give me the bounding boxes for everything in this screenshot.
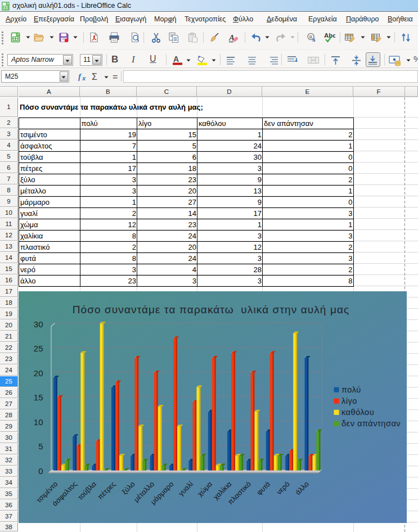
svg-text:20: 20 bbox=[34, 368, 43, 378]
svg-text:f: f bbox=[78, 72, 82, 81]
svg-text:25: 25 bbox=[34, 344, 43, 353]
svg-text:10: 10 bbox=[34, 417, 43, 427]
svg-text:5: 5 bbox=[38, 441, 43, 451]
svg-text:δεν απάντησαν: δεν απάντησαν bbox=[341, 419, 401, 428]
svg-text:a: a bbox=[309, 34, 312, 39]
svg-text:A: A bbox=[228, 33, 235, 42]
svg-text:λίγο: λίγο bbox=[341, 396, 357, 405]
svg-text:d: d bbox=[312, 37, 315, 43]
svg-text:Πόσο συναντάμε τα παρακάτω υλ: Πόσο συναντάμε τα παρακάτω υλικά στην αυ… bbox=[73, 304, 350, 315]
svg-text:0: 0 bbox=[38, 466, 43, 476]
svg-text:A: A bbox=[173, 55, 179, 64]
svg-text:30: 30 bbox=[34, 319, 43, 329]
svg-text:πολύ: πολύ bbox=[341, 385, 361, 394]
svg-text:x: x bbox=[82, 75, 86, 82]
svg-text:καθόλου: καθόλου bbox=[341, 408, 374, 417]
svg-text:Abc: Abc bbox=[324, 32, 335, 39]
svg-text:15: 15 bbox=[34, 393, 43, 402]
